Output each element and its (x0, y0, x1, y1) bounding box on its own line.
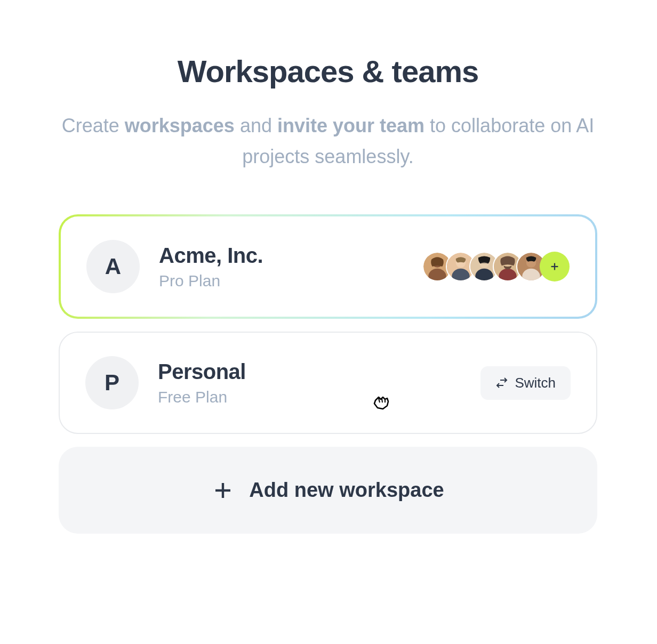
page-title: Workspaces & teams (59, 53, 597, 89)
plus-icon (212, 479, 234, 502)
workspace-info: Acme, Inc. Pro Plan (159, 244, 422, 290)
member-avatar-group (422, 252, 570, 281)
add-member-button[interactable] (540, 252, 570, 281)
workspace-plan: Pro Plan (159, 272, 422, 290)
workspace-info: Personal Free Plan (158, 360, 480, 406)
workspace-avatar: A (86, 240, 140, 293)
switch-icon (495, 376, 508, 389)
plus-icon (549, 261, 560, 272)
workspace-plan: Free Plan (158, 388, 480, 406)
page-subtitle: Create workspaces and invite your team t… (59, 110, 597, 172)
add-workspace-button[interactable]: Add new workspace (59, 447, 597, 534)
workspace-avatar: P (85, 356, 139, 409)
svg-rect-9 (480, 262, 488, 264)
workspace-card-personal[interactable]: P Personal Free Plan Switch (59, 332, 597, 434)
workspace-name: Personal (158, 360, 480, 384)
workspace-name: Acme, Inc. (159, 244, 422, 268)
workspaces-container: Workspaces & teams Create workspaces and… (59, 53, 597, 534)
switch-button[interactable]: Switch (480, 366, 571, 400)
workspace-card-acme[interactable]: A Acme, Inc. Pro Plan (59, 214, 597, 319)
